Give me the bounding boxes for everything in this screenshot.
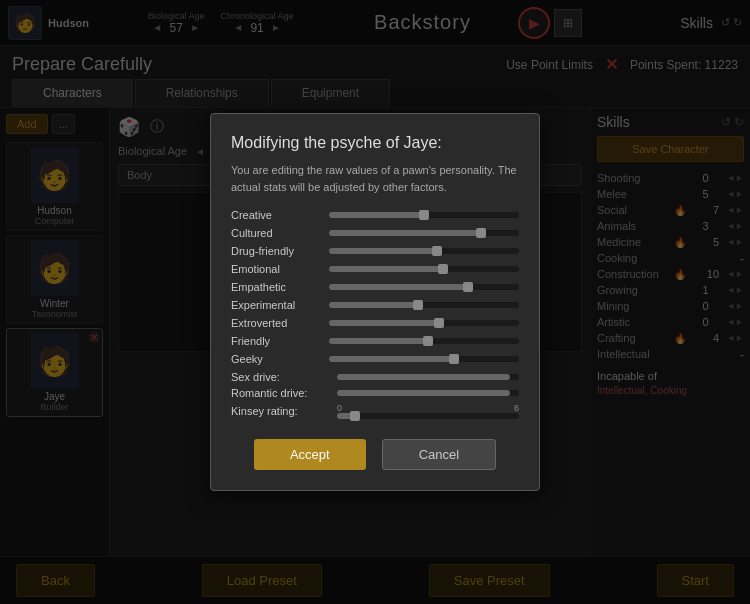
trait-creative-track[interactable] <box>329 212 519 218</box>
trait-emotional: Emotional <box>231 263 519 275</box>
kinsey-thumb[interactable] <box>350 411 360 421</box>
kinsey-section: 0 6 <box>337 403 519 419</box>
trait-creative-thumb[interactable] <box>419 210 429 220</box>
modal-buttons: Accept Cancel <box>231 439 519 470</box>
psyche-modal: Modifying the psyche of Jaye: You are ed… <box>210 113 540 491</box>
kinsey-scale: 0 6 <box>337 403 519 413</box>
trait-cultured-track[interactable] <box>329 230 519 236</box>
trait-creative: Creative <box>231 209 519 221</box>
sex-drive-track[interactable] <box>337 374 519 380</box>
kinsey-track[interactable] <box>337 413 519 419</box>
trait-experimental: Experimental <box>231 299 519 311</box>
traits-scroll[interactable]: Creative Cultured Drug-friendly <box>231 209 519 423</box>
modal-description: You are editing the raw values of a pawn… <box>231 162 519 195</box>
sex-drive-row: Sex drive: <box>231 371 519 383</box>
trait-geeky-track[interactable] <box>329 356 519 362</box>
trait-drug-friendly-track[interactable] <box>329 248 519 254</box>
trait-extroverted-track[interactable] <box>329 320 519 326</box>
romantic-drive-track[interactable] <box>337 390 519 396</box>
trait-creative-fill <box>329 212 424 218</box>
cancel-button[interactable]: Cancel <box>382 439 496 470</box>
drive-section: Sex drive: Romantic drive: Kinsey rating… <box>231 371 519 419</box>
trait-experimental-track[interactable] <box>329 302 519 308</box>
romantic-drive-row: Romantic drive: <box>231 387 519 399</box>
trait-empathetic: Empathetic <box>231 281 519 293</box>
trait-friendly-track[interactable] <box>329 338 519 344</box>
trait-friendly: Friendly <box>231 335 519 347</box>
accept-button[interactable]: Accept <box>254 439 366 470</box>
modal-overlay: Modifying the psyche of Jaye: You are ed… <box>0 0 750 604</box>
trait-cultured: Cultured <box>231 227 519 239</box>
kinsey-row: Kinsey rating: 0 6 <box>231 403 519 419</box>
modal-title: Modifying the psyche of Jaye: <box>231 134 519 152</box>
trait-geeky: Geeky <box>231 353 519 365</box>
trait-drug-friendly: Drug-friendly <box>231 245 519 257</box>
trait-emotional-track[interactable] <box>329 266 519 272</box>
trait-extroverted: Extroverted <box>231 317 519 329</box>
trait-empathetic-track[interactable] <box>329 284 519 290</box>
